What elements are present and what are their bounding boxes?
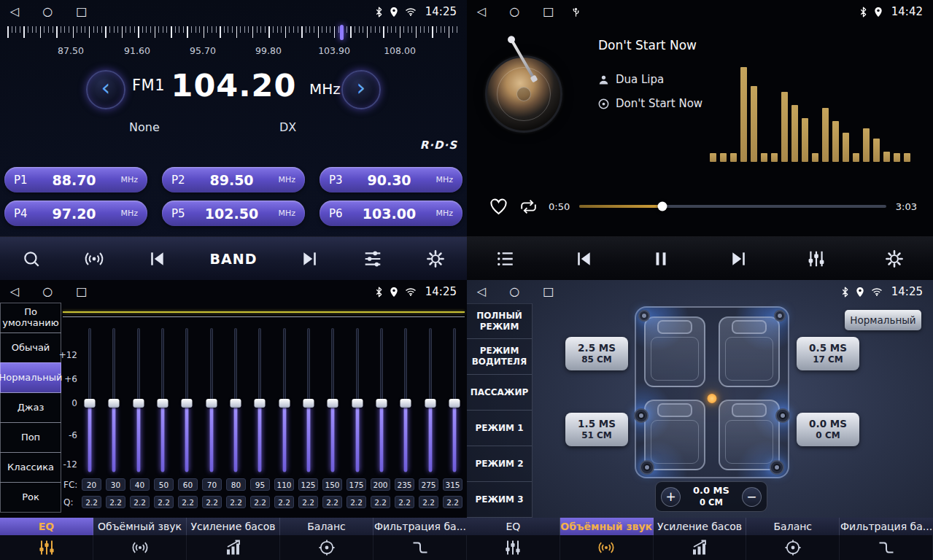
sound-mode-item[interactable]: РЕЖИМ 1 (467, 411, 532, 446)
increase-button[interactable]: + (661, 487, 681, 507)
tab-surround-sound[interactable]: Объёмный звук (93, 518, 187, 560)
sound-mode-item[interactable]: РЕЖИМ 3 (467, 482, 532, 518)
back-icon[interactable]: ◁ (477, 6, 486, 18)
slider-handle[interactable] (352, 399, 363, 408)
eq-band-slider[interactable] (179, 328, 195, 472)
slider-handle[interactable] (157, 399, 168, 408)
slider-handle[interactable] (279, 399, 290, 408)
preset-button-P5[interactable]: P5 102.50 MHz (162, 201, 305, 226)
scan-button[interactable] (22, 249, 41, 268)
settings-button[interactable] (426, 249, 445, 268)
preset-button-P1[interactable]: P1 88.70 MHz (4, 167, 147, 192)
seek-bar[interactable] (579, 205, 886, 208)
equalizer-button[interactable] (807, 249, 826, 268)
pause-button[interactable] (651, 249, 670, 268)
slider-handle[interactable] (85, 399, 96, 408)
slider-handle[interactable] (328, 399, 338, 408)
playlist-button[interactable] (496, 249, 515, 268)
sound-mode-item[interactable]: РЕЖИМ 2 (467, 446, 532, 482)
tab-eq[interactable]: EQ (0, 518, 93, 560)
favorite-button[interactable] (489, 197, 508, 217)
slider-handle[interactable] (303, 399, 314, 408)
sound-mode-item[interactable]: ПОЛНЫЙ РЕЖИМ (467, 303, 532, 339)
slider-handle[interactable] (230, 399, 241, 408)
slider-handle[interactable] (182, 399, 193, 408)
tab-filter[interactable]: Фильтрация ба... (373, 518, 467, 560)
eq-band-slider[interactable] (349, 328, 365, 472)
home-icon[interactable]: ○ (509, 286, 519, 298)
tab-balance[interactable]: Баланс (280, 518, 373, 560)
tab-eq[interactable]: EQ (467, 518, 560, 560)
back-icon[interactable]: ◁ (477, 286, 486, 298)
audio-settings-button[interactable] (363, 249, 382, 268)
next-track-button[interactable] (729, 249, 748, 268)
slider-handle[interactable] (133, 399, 144, 408)
eq-band-slider[interactable] (106, 328, 122, 472)
eq-band-slider[interactable] (228, 328, 244, 472)
home-icon[interactable]: ○ (509, 6, 519, 18)
recents-icon[interactable]: □ (543, 286, 554, 298)
eq-preset-item[interactable]: Поп (0, 422, 61, 453)
preset-button-P2[interactable]: P2 89.50 MHz (162, 167, 305, 192)
eq-preset-item[interactable]: Рок (0, 482, 61, 513)
eq-preset-item[interactable]: Нормальный (0, 362, 61, 393)
eq-band-slider[interactable] (373, 328, 390, 472)
back-icon[interactable]: ◁ (10, 6, 19, 18)
slider-handle[interactable] (376, 399, 387, 408)
eq-band-slider[interactable] (325, 328, 341, 472)
recents-icon[interactable]: □ (76, 6, 87, 18)
eq-band-slider[interactable] (398, 328, 414, 472)
front-left-delay[interactable]: 2.5 MS 85 CM (565, 337, 628, 370)
sound-preset-button[interactable]: Нормальный (845, 310, 921, 330)
eq-band-slider[interactable] (204, 328, 220, 472)
eq-band-slider[interactable] (446, 328, 462, 472)
tab-filter[interactable]: Фильтрация ба... (840, 518, 933, 560)
settings-button[interactable] (885, 249, 904, 268)
eq-preset-item[interactable]: Джаз (0, 392, 61, 423)
sound-mode-item[interactable]: РЕЖИМ ВОДИТЕЛЯ (467, 339, 532, 375)
sound-mode-item[interactable]: ПАССАЖИР (467, 375, 532, 411)
preset-button-P3[interactable]: P3 90.30 MHz (320, 167, 462, 192)
seek-thumb[interactable] (657, 202, 667, 211)
eq-band-slider[interactable] (131, 328, 147, 472)
back-icon[interactable]: ◁ (10, 286, 19, 298)
album-art[interactable] (485, 55, 562, 133)
eq-preset-item[interactable]: По умолчанию (0, 303, 61, 333)
tab-bass-boost[interactable]: Усиление басов (654, 518, 747, 560)
band-button[interactable]: BAND (210, 251, 258, 267)
frequency-scale[interactable]: 87.50 91.60 95.70 99.80 103.90 108.00 (7, 26, 460, 57)
eq-preset-item[interactable]: Обычай (0, 332, 61, 363)
eq-band-slider[interactable] (276, 328, 293, 472)
recents-icon[interactable]: □ (76, 286, 87, 298)
listening-position-dot[interactable] (708, 394, 717, 403)
home-icon[interactable]: ○ (42, 6, 53, 18)
seek-up-button[interactable]: › (341, 70, 381, 109)
recents-icon[interactable]: □ (543, 6, 554, 18)
tab-bass-boost[interactable]: Усиление басов (187, 518, 280, 560)
slider-handle[interactable] (206, 399, 217, 408)
eq-band-slider[interactable] (155, 328, 171, 472)
eq-band-slider[interactable] (301, 328, 317, 472)
rear-right-delay[interactable]: 0.0 MS 0 CM (797, 413, 859, 446)
tab-balance[interactable]: Баланс (746, 518, 840, 560)
home-icon[interactable]: ○ (42, 286, 53, 298)
slider-handle[interactable] (109, 399, 120, 408)
next-station-button[interactable] (301, 249, 320, 268)
eq-preset-item[interactable]: Классика (0, 452, 61, 483)
slider-handle[interactable] (449, 399, 460, 408)
broadcast-button[interactable] (85, 249, 104, 268)
decrease-button[interactable]: − (742, 487, 762, 507)
rear-left-delay[interactable]: 1.5 MS 51 CM (565, 413, 628, 446)
previous-station-button[interactable] (147, 249, 166, 268)
slider-handle[interactable] (425, 399, 435, 408)
front-right-delay[interactable]: 0.5 MS 17 CM (797, 337, 859, 370)
slider-handle[interactable] (255, 399, 266, 408)
previous-track-button[interactable] (574, 249, 593, 268)
seek-down-button[interactable]: ‹ (86, 70, 125, 109)
slider-handle[interactable] (400, 399, 411, 408)
preset-button-P4[interactable]: P4 97.20 MHz (4, 201, 147, 226)
eq-band-slider[interactable] (422, 328, 438, 472)
preset-button-P6[interactable]: P6 103.00 MHz (320, 201, 462, 226)
repeat-button[interactable] (518, 198, 539, 215)
eq-band-slider[interactable] (82, 328, 98, 472)
